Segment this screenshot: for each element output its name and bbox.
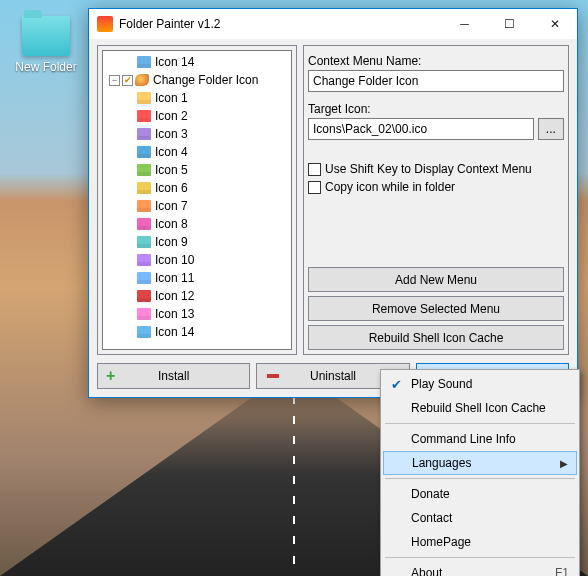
- shift-key-checkbox[interactable]: Use Shift Key to Display Context Menu: [308, 162, 564, 176]
- tree-panel: Icon 14−✔Change Folder IconIcon 1Icon 2I…: [97, 45, 297, 355]
- menu-item-command-line-info[interactable]: Command Line Info: [383, 427, 577, 451]
- browse-button[interactable]: ...: [538, 118, 564, 140]
- checkbox-icon: [308, 181, 321, 194]
- settings-panel: Context Menu Name: Target Icon: ... Use …: [303, 45, 569, 355]
- context-menu-name-input[interactable]: [308, 70, 564, 92]
- tree-item[interactable]: Icon 3: [103, 125, 291, 143]
- folder-icon: [137, 254, 151, 266]
- checkbox-icon[interactable]: ✔: [122, 75, 133, 86]
- tree-item[interactable]: Icon 8: [103, 215, 291, 233]
- menu-popup: ✔ Play Sound Rebuild Shell Icon Cache Co…: [380, 369, 580, 576]
- folder-icon: [137, 128, 151, 140]
- titlebar[interactable]: Folder Painter v1.2 ─ ☐ ✕: [89, 9, 577, 39]
- window-title: Folder Painter v1.2: [119, 17, 442, 31]
- folder-icon: [137, 272, 151, 284]
- copy-icon-checkbox[interactable]: Copy icon while in folder: [308, 180, 564, 194]
- paint-icon: [135, 74, 149, 86]
- check-icon: ✔: [391, 377, 402, 392]
- target-icon-input[interactable]: [308, 118, 534, 140]
- tree-item[interactable]: Icon 7: [103, 197, 291, 215]
- app-window: Folder Painter v1.2 ─ ☐ ✕ Icon 14−✔Chang…: [88, 8, 578, 398]
- tree-item[interactable]: Icon 4: [103, 143, 291, 161]
- tree-item[interactable]: −✔Change Folder Icon: [103, 71, 291, 89]
- folder-icon: [137, 56, 151, 68]
- folder-icon: [137, 308, 151, 320]
- menu-item-homepage[interactable]: HomePage: [383, 530, 577, 554]
- minimize-button[interactable]: ─: [442, 9, 487, 39]
- menu-separator: [385, 478, 575, 479]
- tree-item[interactable]: Icon 5: [103, 161, 291, 179]
- tree-item[interactable]: Icon 14: [103, 323, 291, 341]
- context-menu-name-label: Context Menu Name:: [308, 54, 564, 68]
- tree-item[interactable]: Icon 14: [103, 53, 291, 71]
- remove-selected-menu-button[interactable]: Remove Selected Menu: [308, 296, 564, 321]
- rebuild-cache-button[interactable]: Rebuild Shell Icon Cache: [308, 325, 564, 350]
- app-icon: [97, 16, 113, 32]
- tree-item[interactable]: Icon 13: [103, 305, 291, 323]
- folder-icon: [137, 236, 151, 248]
- menu-item-contact[interactable]: Contact: [383, 506, 577, 530]
- folder-icon: [137, 92, 151, 104]
- menu-item-languages[interactable]: Languages ▶: [383, 451, 577, 475]
- target-icon-label: Target Icon:: [308, 102, 564, 116]
- maximize-button[interactable]: ☐: [487, 9, 532, 39]
- install-button[interactable]: + Install: [97, 363, 250, 389]
- desktop-folder-label: New Folder: [10, 60, 82, 74]
- tree-item[interactable]: Icon 9: [103, 233, 291, 251]
- tree-item[interactable]: Icon 11: [103, 269, 291, 287]
- folder-icon: [137, 290, 151, 302]
- tree-item[interactable]: Icon 2: [103, 107, 291, 125]
- menu-separator: [385, 557, 575, 558]
- minus-icon: [267, 374, 279, 378]
- shift-key-label: Use Shift Key to Display Context Menu: [325, 162, 532, 176]
- plus-icon: +: [106, 367, 115, 385]
- menu-item-about[interactable]: About F1: [383, 561, 577, 576]
- desktop-folder-shortcut[interactable]: New Folder: [10, 16, 82, 74]
- submenu-arrow-icon: ▶: [560, 458, 568, 469]
- menu-separator: [385, 423, 575, 424]
- add-new-menu-button[interactable]: Add New Menu: [308, 267, 564, 292]
- tree-item[interactable]: Icon 10: [103, 251, 291, 269]
- menu-item-play-sound[interactable]: ✔ Play Sound: [383, 372, 577, 396]
- folder-icon: [137, 110, 151, 122]
- collapse-icon[interactable]: −: [109, 75, 120, 86]
- checkbox-icon: [308, 163, 321, 176]
- folder-icon: [137, 218, 151, 230]
- menu-item-donate[interactable]: Donate: [383, 482, 577, 506]
- folder-icon: [137, 146, 151, 158]
- shortcut-key: F1: [555, 566, 569, 576]
- folder-icon: [22, 16, 70, 56]
- tree-view[interactable]: Icon 14−✔Change Folder IconIcon 1Icon 2I…: [102, 50, 292, 350]
- menu-item-rebuild-cache[interactable]: Rebuild Shell Icon Cache: [383, 396, 577, 420]
- folder-icon: [137, 164, 151, 176]
- folder-icon: [137, 200, 151, 212]
- tree-item[interactable]: Icon 12: [103, 287, 291, 305]
- folder-icon: [137, 182, 151, 194]
- folder-icon: [137, 326, 151, 338]
- tree-item[interactable]: Icon 1: [103, 89, 291, 107]
- copy-icon-label: Copy icon while in folder: [325, 180, 455, 194]
- tree-item[interactable]: Icon 6: [103, 179, 291, 197]
- close-button[interactable]: ✕: [532, 9, 577, 39]
